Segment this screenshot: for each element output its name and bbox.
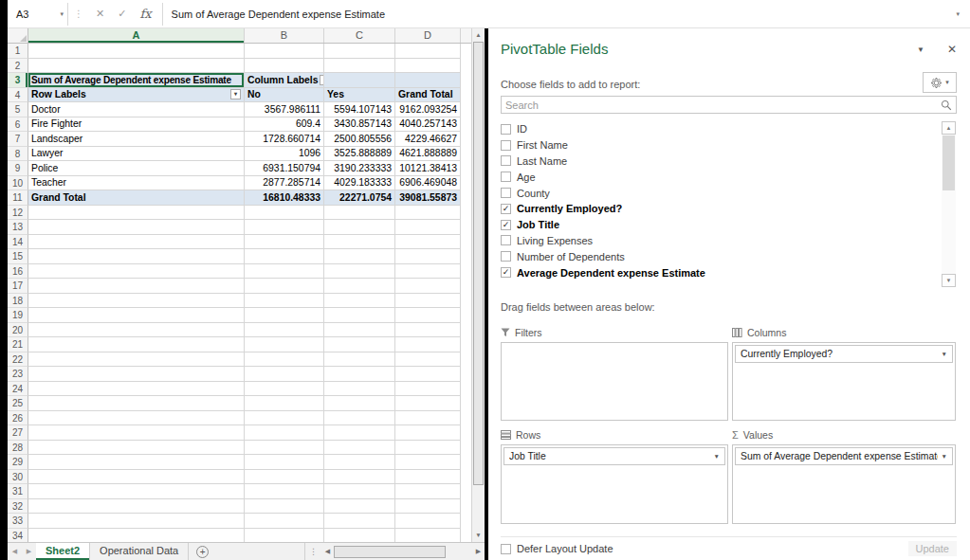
scrollbar-thumb[interactable] xyxy=(943,135,955,190)
field-checkbox[interactable]: ✓ xyxy=(501,204,511,214)
cell-A6[interactable]: Fire Fighter xyxy=(28,117,245,133)
cell-D7[interactable]: 4229.46627 xyxy=(395,132,461,147)
cell-A33[interactable] xyxy=(28,514,245,529)
cell-A19[interactable] xyxy=(28,308,245,323)
cell-D13[interactable] xyxy=(395,220,461,235)
cell-C26[interactable] xyxy=(324,411,395,426)
cell-B15[interactable] xyxy=(245,249,324,264)
column-header-A[interactable]: A xyxy=(28,28,245,43)
cell-D2[interactable] xyxy=(395,59,461,74)
cell-C1[interactable] xyxy=(324,44,395,59)
cell-D27[interactable] xyxy=(395,425,461,441)
field-item-currently-employed[interactable]: ✓Currently Employed? xyxy=(501,201,940,217)
field-item-age[interactable]: Age xyxy=(501,169,940,185)
cell-D20[interactable] xyxy=(395,323,461,338)
columns-area[interactable]: Currently Employed?▼ xyxy=(732,342,956,421)
row-header-20[interactable]: 20 xyxy=(8,323,28,338)
cell-D25[interactable] xyxy=(395,396,461,411)
cell-D15[interactable] xyxy=(395,249,461,264)
pane-options-icon[interactable]: ▼ xyxy=(917,45,924,54)
cell-B16[interactable] xyxy=(245,264,324,280)
cell-B22[interactable] xyxy=(245,352,324,368)
cell-A13[interactable] xyxy=(28,220,245,235)
row-header-25[interactable]: 25 xyxy=(8,396,28,411)
field-checkbox[interactable] xyxy=(501,172,511,182)
cell-C25[interactable] xyxy=(324,396,395,411)
cell-D22[interactable] xyxy=(395,352,461,368)
cell-C5[interactable]: 5594.107143 xyxy=(324,102,395,117)
cell-A27[interactable] xyxy=(28,425,245,441)
scroll-down-icon[interactable]: ▼ xyxy=(472,529,485,542)
cell-C21[interactable] xyxy=(324,337,395,352)
scroll-right-icon[interactable]: ▶ xyxy=(472,548,485,555)
field-checkbox[interactable] xyxy=(501,140,511,151)
row-header-22[interactable]: 22 xyxy=(8,352,28,368)
row-header-17[interactable]: 17 xyxy=(8,279,28,294)
scrollbar-handle-icon[interactable]: ⋮ xyxy=(305,547,321,556)
cell-B13[interactable] xyxy=(245,220,324,235)
row-header-21[interactable]: 21 xyxy=(8,337,28,352)
cell-A20[interactable] xyxy=(28,323,245,338)
cell-B31[interactable] xyxy=(245,484,324,499)
cell-C15[interactable] xyxy=(324,249,395,264)
cell-C20[interactable] xyxy=(324,323,395,338)
cell-A4[interactable]: Row Labels▾ xyxy=(28,88,245,103)
row-header-11[interactable]: 11 xyxy=(8,190,28,206)
cell-A22[interactable] xyxy=(28,352,245,368)
cell-D17[interactable] xyxy=(395,279,461,294)
cell-D16[interactable] xyxy=(395,264,461,280)
cell-A8[interactable]: Lawyer xyxy=(28,147,245,162)
cell-C2[interactable] xyxy=(324,59,395,74)
name-box-dropdown-icon[interactable]: ▾ xyxy=(60,10,64,18)
cell-A1[interactable] xyxy=(28,44,245,59)
row-header-3[interactable]: 3 xyxy=(8,73,28,88)
cell-B8[interactable]: 1096 xyxy=(245,147,324,162)
cell-D34[interactable] xyxy=(395,529,461,543)
field-chip[interactable]: Job Title▼ xyxy=(503,447,725,465)
cell-D11[interactable]: 39081.55873 xyxy=(395,190,461,206)
cell-C29[interactable] xyxy=(324,455,395,470)
vertical-scrollbar[interactable]: ▲ ▼ xyxy=(471,28,485,542)
scrollbar-track[interactable] xyxy=(942,191,956,274)
cell-A17[interactable] xyxy=(28,279,245,294)
cell-C7[interactable]: 2500.805556 xyxy=(324,132,395,147)
cell-C32[interactable] xyxy=(324,499,395,515)
cell-C8[interactable]: 3525.888889 xyxy=(324,147,395,162)
cell-D30[interactable] xyxy=(395,470,461,485)
cell-C19[interactable] xyxy=(324,308,395,323)
cell-C28[interactable] xyxy=(324,441,395,456)
rows-area[interactable]: Job Title▼ xyxy=(501,444,728,524)
field-checkbox[interactable]: ✓ xyxy=(501,220,511,230)
cell-C34[interactable] xyxy=(324,529,395,543)
cell-D10[interactable]: 6906.469048 xyxy=(395,176,461,191)
cell-D21[interactable] xyxy=(395,337,461,352)
row-header-4[interactable]: 4 xyxy=(8,88,28,103)
row-header-26[interactable]: 26 xyxy=(8,411,28,426)
row-header-2[interactable]: 2 xyxy=(8,59,28,74)
cell-C23[interactable] xyxy=(324,367,395,382)
scrollbar-track[interactable] xyxy=(472,485,485,529)
cell-B7[interactable]: 1728.660714 xyxy=(245,132,324,147)
cell-A7[interactable]: Landscaper xyxy=(28,132,245,147)
cell-B29[interactable] xyxy=(245,455,324,470)
cell-A21[interactable] xyxy=(28,337,245,352)
cell-B23[interactable] xyxy=(245,367,324,382)
cell-A18[interactable] xyxy=(28,294,245,309)
cell-D23[interactable] xyxy=(395,367,461,382)
cell-B9[interactable]: 6931.150794 xyxy=(245,161,324,176)
field-item-county[interactable]: County xyxy=(501,185,940,201)
cell-B25[interactable] xyxy=(245,396,324,411)
row-header-5[interactable]: 5 xyxy=(8,102,28,117)
row-header-7[interactable]: 7 xyxy=(8,132,28,147)
field-checkbox[interactable] xyxy=(501,155,511,166)
row-header-30[interactable]: 30 xyxy=(8,470,28,485)
cell-D28[interactable] xyxy=(395,441,461,456)
row-header-15[interactable]: 15 xyxy=(8,249,28,264)
cell-B20[interactable] xyxy=(245,323,324,338)
row-header-12[interactable]: 12 xyxy=(8,206,28,221)
cell-C24[interactable] xyxy=(324,382,395,397)
scroll-up-icon[interactable]: ▲ xyxy=(472,28,485,42)
field-checkbox[interactable] xyxy=(501,124,511,135)
insert-function-icon[interactable]: fx xyxy=(133,7,157,21)
field-checkbox[interactable] xyxy=(501,188,511,198)
